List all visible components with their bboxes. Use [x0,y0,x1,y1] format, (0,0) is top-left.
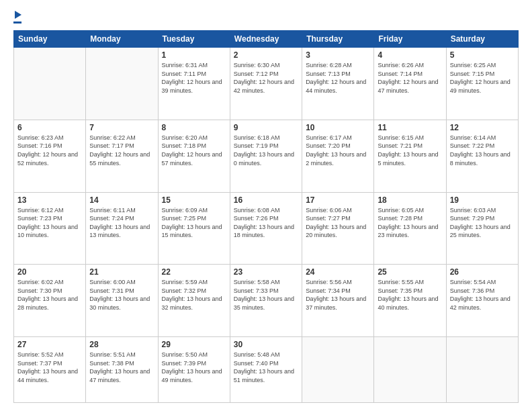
week-row-4: 27Sunrise: 5:52 AM Sunset: 7:37 PM Dayli… [14,337,519,403]
day-cell: 8Sunrise: 6:20 AM Sunset: 7:18 PM Daylig… [158,120,230,192]
week-row-0: 1Sunrise: 6:31 AM Sunset: 7:11 PM Daylig… [14,48,519,120]
day-cell: 22Sunrise: 5:59 AM Sunset: 7:32 PM Dayli… [158,265,230,337]
day-info: Sunrise: 6:14 AM Sunset: 7:22 PM Dayligh… [450,134,515,167]
day-number: 23 [234,267,298,277]
day-info: Sunrise: 5:52 AM Sunset: 7:37 PM Dayligh… [17,351,82,384]
day-number: 8 [162,123,226,132]
day-number: 9 [234,123,298,132]
day-info: Sunrise: 5:48 AM Sunset: 7:40 PM Dayligh… [234,351,298,384]
day-cell: 13Sunrise: 6:12 AM Sunset: 7:23 PM Dayli… [14,192,86,265]
day-number: 29 [162,340,226,349]
header-friday: Friday [374,31,446,48]
day-number: 1 [162,50,226,60]
day-info: Sunrise: 6:17 AM Sunset: 7:20 PM Dayligh… [306,134,370,167]
day-number: 25 [378,267,442,277]
day-info: Sunrise: 6:09 AM Sunset: 7:25 PM Dayligh… [162,206,226,240]
day-cell: 29Sunrise: 5:50 AM Sunset: 7:39 PM Dayli… [158,337,230,403]
day-number: 12 [450,123,515,132]
day-info: Sunrise: 6:22 AM Sunset: 7:17 PM Dayligh… [89,134,154,167]
day-number: 19 [450,195,515,205]
day-number: 7 [89,123,154,132]
day-info: Sunrise: 5:58 AM Sunset: 7:33 PM Dayligh… [234,278,298,312]
day-cell: 17Sunrise: 6:06 AM Sunset: 7:27 PM Dayli… [302,192,374,265]
day-cell: 3Sunrise: 6:28 AM Sunset: 7:13 PM Daylig… [302,48,374,120]
day-info: Sunrise: 6:02 AM Sunset: 7:30 PM Dayligh… [17,278,82,312]
day-cell: 27Sunrise: 5:52 AM Sunset: 7:37 PM Dayli… [14,337,86,403]
day-number: 15 [162,195,226,205]
day-cell: 9Sunrise: 6:18 AM Sunset: 7:19 PM Daylig… [230,120,302,192]
day-cell: 25Sunrise: 5:55 AM Sunset: 7:35 PM Dayli… [374,265,446,337]
day-cell: 12Sunrise: 6:14 AM Sunset: 7:22 PM Dayli… [446,120,518,192]
day-info: Sunrise: 6:30 AM Sunset: 7:12 PM Dayligh… [234,61,298,95]
day-cell: 15Sunrise: 6:09 AM Sunset: 7:25 PM Dayli… [158,192,230,265]
day-cell: 26Sunrise: 5:54 AM Sunset: 7:36 PM Dayli… [446,265,518,337]
day-number: 14 [89,195,154,205]
day-info: Sunrise: 6:18 AM Sunset: 7:19 PM Dayligh… [234,134,298,167]
day-info: Sunrise: 5:56 AM Sunset: 7:34 PM Dayligh… [306,278,370,312]
day-number: 16 [234,195,298,205]
logo-arrow-icon [15,11,21,19]
header [13,11,519,24]
day-cell: 5Sunrise: 6:25 AM Sunset: 7:15 PM Daylig… [446,48,518,120]
day-cell: 21Sunrise: 6:00 AM Sunset: 7:31 PM Dayli… [86,265,158,337]
day-cell: 16Sunrise: 6:08 AM Sunset: 7:26 PM Dayli… [230,192,302,265]
day-number: 18 [378,195,442,205]
day-cell [374,337,446,403]
day-number: 13 [17,195,82,205]
day-info: Sunrise: 5:59 AM Sunset: 7:32 PM Dayligh… [162,278,226,312]
header-wednesday: Wednesday [230,31,302,48]
day-info: Sunrise: 6:31 AM Sunset: 7:11 PM Dayligh… [162,61,226,95]
day-cell: 18Sunrise: 6:05 AM Sunset: 7:28 PM Dayli… [374,192,446,265]
logo [13,11,21,24]
day-cell: 28Sunrise: 5:51 AM Sunset: 7:38 PM Dayli… [86,337,158,403]
day-info: Sunrise: 6:15 AM Sunset: 7:21 PM Dayligh… [378,134,442,167]
day-cell: 30Sunrise: 5:48 AM Sunset: 7:40 PM Dayli… [230,337,302,403]
day-number: 11 [378,123,442,132]
day-cell: 11Sunrise: 6:15 AM Sunset: 7:21 PM Dayli… [374,120,446,192]
day-cell [86,48,158,120]
day-cell: 1Sunrise: 6:31 AM Sunset: 7:11 PM Daylig… [158,48,230,120]
day-number: 30 [234,340,298,349]
day-info: Sunrise: 6:26 AM Sunset: 7:14 PM Dayligh… [378,61,442,95]
day-info: Sunrise: 6:08 AM Sunset: 7:26 PM Dayligh… [234,206,298,240]
day-number: 6 [17,123,82,132]
day-cell: 7Sunrise: 6:22 AM Sunset: 7:17 PM Daylig… [86,120,158,192]
calendar-table: SundayMondayTuesdayWednesdayThursdayFrid… [13,30,519,403]
header-tuesday: Tuesday [158,31,230,48]
day-number: 3 [306,50,370,60]
day-cell: 2Sunrise: 6:30 AM Sunset: 7:12 PM Daylig… [230,48,302,120]
day-number: 10 [306,123,370,132]
day-number: 2 [234,50,298,60]
day-cell: 4Sunrise: 6:26 AM Sunset: 7:14 PM Daylig… [374,48,446,120]
day-info: Sunrise: 6:23 AM Sunset: 7:16 PM Dayligh… [17,134,82,167]
day-cell: 10Sunrise: 6:17 AM Sunset: 7:20 PM Dayli… [302,120,374,192]
day-info: Sunrise: 6:06 AM Sunset: 7:27 PM Dayligh… [306,206,370,240]
day-cell [446,337,518,403]
day-number: 20 [17,267,82,277]
day-cell [302,337,374,403]
day-info: Sunrise: 5:50 AM Sunset: 7:39 PM Dayligh… [162,351,226,384]
page: SundayMondayTuesdayWednesdayThursdayFrid… [0,0,532,411]
day-number: 28 [89,340,154,349]
day-cell: 23Sunrise: 5:58 AM Sunset: 7:33 PM Dayli… [230,265,302,337]
day-info: Sunrise: 5:51 AM Sunset: 7:38 PM Dayligh… [89,351,154,384]
day-info: Sunrise: 6:28 AM Sunset: 7:13 PM Dayligh… [306,61,370,95]
day-info: Sunrise: 5:55 AM Sunset: 7:35 PM Dayligh… [378,278,442,312]
day-number: 5 [450,50,515,60]
day-number: 4 [378,50,442,60]
header-sunday: Sunday [14,31,86,48]
logo-underline [13,21,21,24]
header-monday: Monday [86,31,158,48]
week-row-1: 6Sunrise: 6:23 AM Sunset: 7:16 PM Daylig… [14,120,519,192]
day-cell: 19Sunrise: 6:03 AM Sunset: 7:29 PM Dayli… [446,192,518,265]
calendar-header-row: SundayMondayTuesdayWednesdayThursdayFrid… [14,31,519,48]
day-number: 26 [450,267,515,277]
day-cell: 6Sunrise: 6:23 AM Sunset: 7:16 PM Daylig… [14,120,86,192]
week-row-3: 20Sunrise: 6:02 AM Sunset: 7:30 PM Dayli… [14,265,519,337]
day-number: 24 [306,267,370,277]
day-number: 21 [89,267,154,277]
day-info: Sunrise: 6:00 AM Sunset: 7:31 PM Dayligh… [89,278,154,312]
day-info: Sunrise: 6:25 AM Sunset: 7:15 PM Dayligh… [450,61,515,95]
day-cell: 20Sunrise: 6:02 AM Sunset: 7:30 PM Dayli… [14,265,86,337]
week-row-2: 13Sunrise: 6:12 AM Sunset: 7:23 PM Dayli… [14,192,519,265]
